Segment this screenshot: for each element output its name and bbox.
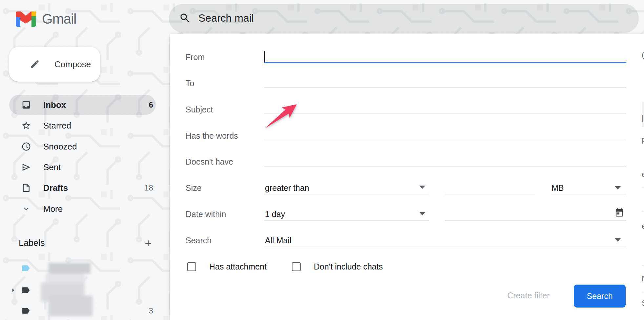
- search-scope-select[interactable]: All Mail: [265, 236, 292, 245]
- pencil-icon: [30, 59, 40, 70]
- dont-include-chats-label: Don't include chats: [314, 262, 383, 271]
- clipped-glyph: N: [642, 275, 644, 283]
- sidebar-item-label: Sent: [43, 162, 61, 172]
- advanced-search-panel: From To Subject Has the words Doesn't ha…: [170, 34, 642, 320]
- sidebar-item-label: Drafts: [43, 183, 68, 193]
- gmail-logo-text: Gmail: [42, 11, 76, 27]
- from-label: From: [186, 52, 205, 62]
- size-amount-input[interactable]: [445, 194, 535, 194]
- compose-label: Compose: [54, 59, 91, 70]
- from-input[interactable]: [264, 62, 626, 63]
- search-scope-label: Search: [186, 236, 211, 245]
- has-attachment-checkbox[interactable]: [187, 262, 196, 271]
- search-scope-underline[interactable]: [264, 247, 626, 247]
- date-within-label: Date within: [186, 210, 226, 219]
- send-icon: [21, 162, 31, 172]
- sidebar-item-label: Starred: [43, 121, 71, 131]
- size-operator-dropdown-arrow[interactable]: [419, 186, 425, 189]
- annotation-arrow: [256, 98, 302, 134]
- label-tag-icon: [21, 263, 30, 273]
- search-scope-dropdown-arrow[interactable]: [615, 238, 621, 242]
- labels-section-header: Labels: [19, 238, 45, 248]
- label-count: 3: [149, 306, 153, 315]
- label-row[interactable]: [0, 281, 168, 299]
- inbox-icon: [21, 100, 31, 110]
- search-icon: [179, 12, 191, 25]
- text-cursor: [264, 51, 265, 63]
- date-range-select[interactable]: 1 day: [265, 210, 285, 219]
- sidebar-item-more[interactable]: More: [0, 198, 168, 219]
- expand-arrow-icon[interactable]: [9, 286, 17, 294]
- star-icon: [21, 121, 31, 130]
- compose-button[interactable]: Compose: [9, 47, 100, 82]
- size-label: Size: [186, 183, 202, 193]
- search-button[interactable]: Search: [574, 285, 626, 308]
- search-input[interactable]: Search mail: [198, 12, 254, 24]
- clipped-glyph: P: [642, 137, 644, 145]
- has-words-label: Has the words: [186, 131, 238, 141]
- clipped-glyph: S: [642, 299, 644, 307]
- clipped-mail-list-edge: ( | P e e N S: [642, 34, 644, 320]
- sidebar-item-inbox[interactable]: Inbox 6: [0, 94, 168, 115]
- to-label: To: [186, 79, 194, 88]
- clipped-glyph: e: [642, 170, 644, 178]
- chevron-down-icon: [21, 204, 31, 214]
- to-input[interactable]: [264, 87, 626, 88]
- size-unit-dropdown-arrow[interactable]: [615, 186, 621, 190]
- clock-icon: [21, 142, 31, 151]
- gmail-logo[interactable]: Gmail: [16, 11, 76, 27]
- size-operator-select[interactable]: greater than: [265, 183, 309, 193]
- label-row[interactable]: 3: [0, 302, 168, 320]
- date-range-dropdown-arrow[interactable]: [419, 212, 425, 215]
- dont-include-chats-checkbox[interactable]: [292, 262, 301, 271]
- sidebar-item-sent[interactable]: Sent: [0, 157, 168, 178]
- create-filter-button[interactable]: Create filter: [507, 291, 550, 300]
- label-tag-icon: [21, 285, 30, 295]
- sidebar: Gmail Compose Inbox 6 Starred Snoozed Se…: [0, 0, 168, 320]
- sidebar-item-starred[interactable]: Starred: [0, 115, 168, 136]
- plus-icon: [143, 238, 153, 248]
- subject-label: Subject: [186, 105, 213, 114]
- doesnt-have-input[interactable]: [264, 166, 626, 167]
- gmail-m-icon: [16, 11, 36, 27]
- label-tag-icon: [21, 306, 30, 316]
- sidebar-item-label: Inbox: [43, 100, 66, 110]
- sidebar-item-drafts[interactable]: Drafts 18: [0, 177, 168, 198]
- draft-icon: [21, 183, 31, 193]
- size-operator-underline[interactable]: [264, 194, 429, 194]
- has-words-input[interactable]: [264, 140, 626, 140]
- size-unit-select[interactable]: MB: [552, 183, 564, 193]
- label-row[interactable]: [0, 259, 168, 277]
- doesnt-have-label: Doesn't have: [186, 157, 233, 167]
- calendar-icon[interactable]: [614, 208, 624, 219]
- clipped-glyph: e: [642, 222, 644, 230]
- sidebar-item-snoozed[interactable]: Snoozed: [0, 136, 168, 157]
- search-mail-bar[interactable]: Search mail: [169, 4, 639, 33]
- date-range-underline[interactable]: [264, 220, 429, 221]
- size-unit-underline[interactable]: [551, 194, 626, 194]
- clipped-glyph: |: [642, 114, 644, 122]
- sidebar-item-label: More: [43, 204, 63, 214]
- add-label-button[interactable]: [143, 238, 153, 248]
- sidebar-item-label: Snoozed: [43, 142, 77, 152]
- clipped-glyph: (: [642, 51, 644, 59]
- inbox-count-badge: 6: [149, 100, 153, 110]
- drafts-count: 18: [144, 183, 153, 192]
- date-input[interactable]: [445, 220, 626, 221]
- has-attachment-label: Has attachment: [209, 262, 267, 271]
- subject-input[interactable]: [264, 113, 626, 114]
